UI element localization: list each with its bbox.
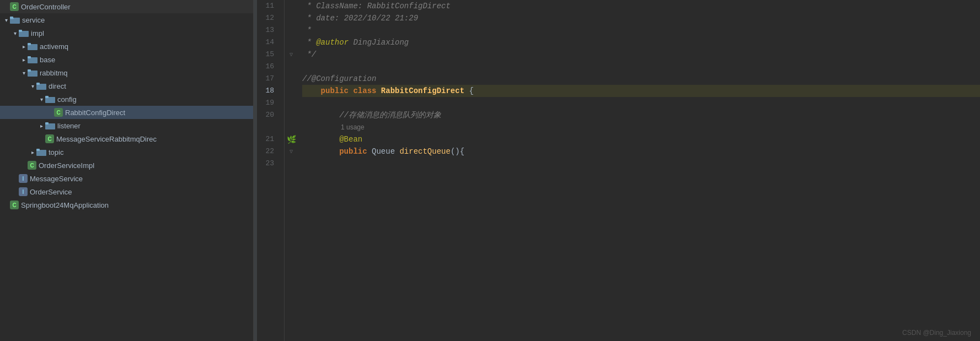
line-numbers: 11 12 13 14 15 16 17 18 19 20 · 21 22 23 <box>257 0 285 341</box>
code-content[interactable]: * ClassName: RabbitConfigDirect * date: … <box>298 0 980 341</box>
svg-rect-10 <box>28 69 31 72</box>
fold-icon[interactable]: ▽ <box>290 148 293 155</box>
sidebar-item-label: Springboot24MqApplication <box>21 201 109 209</box>
sidebar-item-label: config <box>57 95 77 104</box>
code-line-22: public Queue directQueue(){ <box>302 145 980 158</box>
arrow-icon <box>29 149 36 155</box>
code-line-11: * ClassName: RabbitConfigDirect <box>302 0 980 12</box>
bean-icon: 🌿 <box>287 135 296 144</box>
svg-rect-6 <box>28 43 31 45</box>
code-line-15: */ <box>302 48 980 61</box>
sidebar-item-label: rabbitmq <box>40 69 68 77</box>
sidebar-item-label: topic <box>49 148 63 156</box>
gutter: ▽ 🌿 ▽ <box>285 0 298 341</box>
line-num-20: 20 <box>257 109 279 121</box>
code-token: //@Configuration <box>302 73 376 85</box>
gutter-row-23 <box>285 158 298 170</box>
svg-rect-14 <box>45 96 49 98</box>
sidebar-item-label: RabbitConfigDirect <box>65 109 125 117</box>
sidebar-item-label: base <box>40 56 55 64</box>
sidebar-item-label: OrderServiceImpl <box>39 161 94 170</box>
sidebar-item-message-service[interactable]: I MessageService <box>0 172 253 185</box>
line-num-23: 23 <box>257 158 279 170</box>
class-c-icon: C <box>10 201 19 209</box>
folder-icon <box>36 82 46 90</box>
code-line-14: * @author DingJiaxiong <box>302 36 980 48</box>
sidebar-item-order-controller[interactable]: C OrderController <box>0 0 253 13</box>
arrow-icon <box>29 83 36 89</box>
code-line-19 <box>302 97 980 109</box>
sidebar-item-label: listener <box>57 122 81 130</box>
arrow-icon <box>38 123 45 129</box>
file-tree[interactable]: C OrderController service impl activemq <box>0 0 254 341</box>
sidebar-item-message-service-rabbitmq[interactable]: C MessageServiceRabbitmqDirec <box>0 132 253 145</box>
sidebar-item-topic[interactable]: topic <box>0 145 253 159</box>
gutter-row-20b <box>285 121 298 133</box>
line-num-17: 17 <box>257 73 279 85</box>
sidebar-item-label: activemq <box>40 42 68 51</box>
sidebar-item-base[interactable]: base <box>0 53 253 66</box>
line-num-13: 13 <box>257 24 279 36</box>
class-c-icon: C <box>45 134 54 143</box>
sidebar-item-springboot-app[interactable]: C Springboot24MqApplication <box>0 198 253 212</box>
sidebar-item-impl[interactable]: impl <box>0 26 253 40</box>
folder-icon <box>45 122 55 129</box>
code-token <box>302 133 339 145</box>
code-token: (){ <box>451 145 464 158</box>
code-token: { <box>464 85 474 97</box>
folder-icon <box>36 148 46 156</box>
folder-icon <box>28 42 38 50</box>
svg-rect-16 <box>45 122 49 125</box>
code-token: DingJiaxiong <box>349 36 409 48</box>
sidebar-item-rabbit-config-direct[interactable]: C RabbitConfigDirect <box>0 106 253 119</box>
svg-rect-18 <box>36 149 40 151</box>
code-token: Queue <box>367 145 400 158</box>
folder-icon <box>10 16 20 24</box>
gutter-row-19 <box>285 97 298 109</box>
sidebar-item-label: MessageService <box>30 175 83 183</box>
sidebar-item-direct[interactable]: direct <box>0 79 253 93</box>
line-num-20b: · <box>257 121 279 133</box>
sidebar-item-order-service[interactable]: I OrderService <box>0 185 253 198</box>
class-c-icon: C <box>54 108 63 117</box>
code-token: directQueue <box>399 145 450 158</box>
sidebar-item-rabbitmq[interactable]: rabbitmq <box>0 66 253 79</box>
sidebar-item-config[interactable]: config <box>0 93 253 106</box>
code-line-23 <box>302 158 980 170</box>
code-token: * <box>302 0 316 12</box>
gutter-row-11 <box>285 0 298 12</box>
fold-icon[interactable]: ▽ <box>290 51 293 58</box>
code-line-16 <box>302 61 980 73</box>
code-token: class <box>353 85 381 97</box>
svg-rect-12 <box>36 83 40 85</box>
code-token: * <box>302 12 316 24</box>
arrow-icon <box>20 44 28 50</box>
folder-icon <box>28 56 38 63</box>
code-token: @author <box>316 36 349 48</box>
code-line-20: //存储消息的消息队列的对象 <box>302 109 980 121</box>
sidebar-item-label: impl <box>31 29 44 37</box>
line-num-11: 11 <box>257 0 279 12</box>
gutter-row-21: 🌿 <box>285 133 298 145</box>
code-token: date: 2022/10/22 21:29 <box>316 12 418 24</box>
gutter-row-22: ▽ <box>285 145 298 158</box>
class-i-icon: I <box>19 174 28 183</box>
svg-rect-2 <box>10 17 13 19</box>
line-num-18: 18 <box>257 85 279 97</box>
arrow-icon <box>20 57 28 63</box>
arrow-icon <box>38 96 45 102</box>
sidebar-item-label: service <box>22 16 45 24</box>
sidebar-item-listener[interactable]: listener <box>0 119 253 132</box>
sidebar-item-label: MessageServiceRabbitmqDirec <box>56 135 157 143</box>
sidebar-item-service[interactable]: service <box>0 13 253 26</box>
usage-hint: 1 usage <box>302 121 365 133</box>
code-token: public <box>302 85 353 97</box>
code-token: @Bean <box>339 133 362 145</box>
code-line-21: @Bean <box>302 133 980 145</box>
sidebar-item-order-service-impl[interactable]: C OrderServiceImpl <box>0 159 253 172</box>
class-c-icon: C <box>28 161 36 170</box>
gutter-row-14 <box>285 36 298 48</box>
folder-icon <box>28 69 38 77</box>
sidebar-item-activemq[interactable]: activemq <box>0 40 253 53</box>
sidebar-item-label: OrderService <box>30 188 72 196</box>
